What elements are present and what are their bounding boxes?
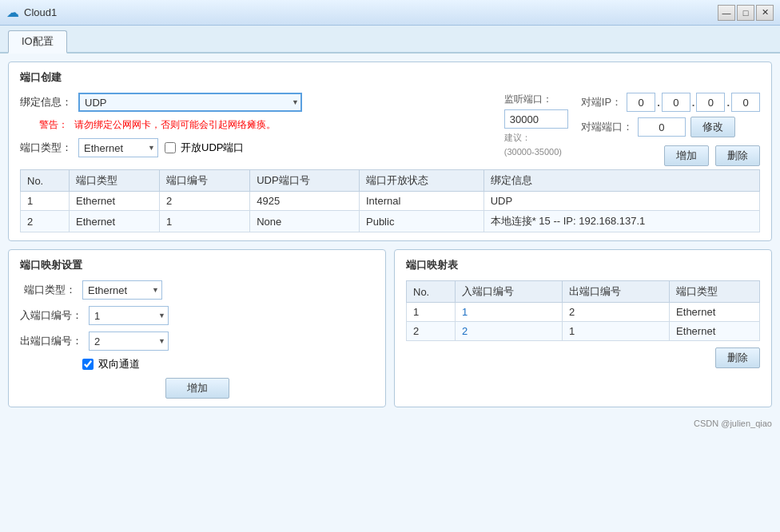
bidirectional-label: 双向通道 [98,357,140,371]
peer-port-label: 对端端口： [581,120,633,134]
peer-port-input[interactable] [638,117,686,137]
in-port-select[interactable]: 1 2 [89,306,169,325]
maximize-button[interactable]: □ [737,5,754,21]
mapping-port-type-select-wrapper: Ethernet [82,280,162,300]
monitor-section: 监听端口： 30000 建议： (30000-35000) [504,93,568,157]
bind-select-wrapper: UDP TCP 本地连接* 15 -- IP: 192.168.137.1 [78,93,302,112]
bind-label: 绑定信息： [20,95,72,109]
port-mapping-table-title: 端口映射表 [406,258,760,272]
window-title: Cloud1 [24,6,57,18]
watermark: CSDN @julien_qiao [8,415,772,428]
main-content: 端口创建 绑定信息： UDP TCP 本地连接* 15 -- IP: 192.1… [0,54,780,532]
tab-io-config[interactable]: IO配置 [8,30,67,54]
peer-ip-label: 对端IP： [581,95,622,109]
cell-type: Ethernet [70,211,160,232]
mapping-port-type-select[interactable]: Ethernet [82,280,162,300]
cell-no: 1 [407,303,456,322]
cell-port-no: 2 [160,192,250,211]
monitor-port-label: 监听端口： [504,93,568,106]
table-row[interactable]: 1 Ethernet 2 4925 Internal UDP [21,192,760,211]
open-udp-row: 开放UDP端口 [165,141,244,155]
port-type-row: 端口类型： Ethernet 开放UDP端口 [20,138,488,157]
table-row[interactable]: 1 1 2 Ethernet [407,303,760,322]
modify-button[interactable]: 修改 [690,117,735,137]
cell-status: Public [359,211,484,232]
minimize-button[interactable]: — [718,5,735,21]
port-type-select[interactable]: Ethernet [78,138,158,157]
cell-type: Ethernet [670,322,760,341]
bind-row: 绑定信息： UDP TCP 本地连接* 15 -- IP: 192.168.13… [20,93,488,112]
col-udp-port: UDP端口号 [250,170,360,192]
in-port-select-wrapper: 1 2 [89,306,169,325]
app-icon: ☁ [6,5,19,20]
cell-in-port: 1 [455,303,562,322]
out-port-row: 出端口编号： 1 2 [20,332,374,351]
port-table: No. 端口类型 端口编号 UDP端口号 端口开放状态 绑定信息 1 Ether… [20,169,760,232]
bidirectional-checkbox[interactable] [82,359,94,370]
open-udp-label: 开放UDP端口 [181,141,244,155]
bidirectional-row: 双向通道 [20,357,374,371]
port-mapping-settings-section: 端口映射设置 端口类型： Ethernet 入端口编号： 1 2 [8,249,386,407]
cell-type: Ethernet [670,303,760,322]
map-col-type: 端口类型 [670,281,760,303]
cell-udp-port: None [250,211,360,232]
warning-row: 警告： 请勿绑定公网网卡，否则可能会引起网络瘫痪。 [20,118,488,132]
open-udp-checkbox[interactable] [165,142,176,153]
col-type: 端口类型 [70,170,160,192]
cell-bind: UDP [484,192,759,211]
ip-section: 对端IP： . . . 对端端口： [581,93,760,166]
ip-octet-1[interactable] [627,93,655,112]
add-mapping-button[interactable]: 增加 [165,378,229,399]
monitor-port-input[interactable]: 30000 [504,109,568,129]
close-button[interactable]: ✕ [756,5,774,21]
map-col-in: 入端口编号 [455,281,562,303]
out-port-label: 出端口编号： [20,334,82,348]
hint-text2: (30000-35000) [504,147,568,157]
ip-octet-4[interactable] [731,93,760,112]
mapping-port-type-row: 端口类型： Ethernet [20,280,374,300]
warning-label: 警告： [20,118,68,132]
out-port-select[interactable]: 1 2 [89,332,169,351]
bind-select[interactable]: UDP TCP 本地连接* 15 -- IP: 192.168.137.1 [78,93,302,112]
port-type-select-wrapper: Ethernet [78,138,158,157]
window-controls: — □ ✕ [718,5,774,21]
in-port-row: 入端口编号： 1 2 [20,306,374,325]
add-port-button[interactable]: 增加 [664,145,709,166]
title-bar: ☁ Cloud1 — □ ✕ [0,0,780,26]
cell-out-port: 1 [563,322,670,341]
cell-no: 2 [407,322,456,341]
table-row[interactable]: 2 2 1 Ethernet [407,322,760,341]
cell-type: Ethernet [70,192,160,211]
peer-port-row: 对端端口： 修改 [581,117,760,137]
bidirectional-checkbox-row: 双向通道 [82,357,140,371]
mapping-table: No. 入端口编号 出端口编号 端口类型 1 1 2 Ethernet 2 2 … [406,280,760,341]
tab-bar: IO配置 [0,26,780,54]
ip-input-group: . . . [627,93,760,112]
hint-text: 建议： [504,132,568,144]
map-col-no: No. [407,281,456,303]
ip-octet-3[interactable] [696,93,725,112]
cell-bind: 本地连接* 15 -- IP: 192.168.137.1 [484,211,759,232]
port-type-label: 端口类型： [20,141,72,155]
cell-status: Internal [359,192,484,211]
delete-port-button[interactable]: 删除 [715,145,760,166]
ip-octet-2[interactable] [662,93,690,112]
cell-in-port: 2 [455,322,562,341]
warning-text: 请勿绑定公网网卡，否则可能会引起网络瘫痪。 [74,118,276,132]
map-col-out: 出端口编号 [563,281,670,303]
delete-mapping-button[interactable]: 删除 [715,347,760,368]
action-buttons: 增加 删除 [581,145,760,166]
port-creation-title: 端口创建 [20,70,760,85]
col-bind: 绑定信息 [484,170,759,192]
col-status: 端口开放状态 [359,170,484,192]
table-row[interactable]: 2 Ethernet 1 None Public 本地连接* 15 -- IP:… [21,211,760,232]
col-port-no: 端口编号 [160,170,250,192]
cell-out-port: 2 [563,303,670,322]
port-mapping-table-section: 端口映射表 No. 入端口编号 出端口编号 端口类型 1 1 2 Etherne… [394,249,772,407]
out-port-select-wrapper: 1 2 [89,332,169,351]
col-no: No. [21,170,70,192]
port-mapping-settings-title: 端口映射设置 [20,258,374,272]
cell-no: 1 [21,192,70,211]
cell-udp-port: 4925 [250,192,360,211]
peer-ip-row: 对端IP： . . . [581,93,760,112]
